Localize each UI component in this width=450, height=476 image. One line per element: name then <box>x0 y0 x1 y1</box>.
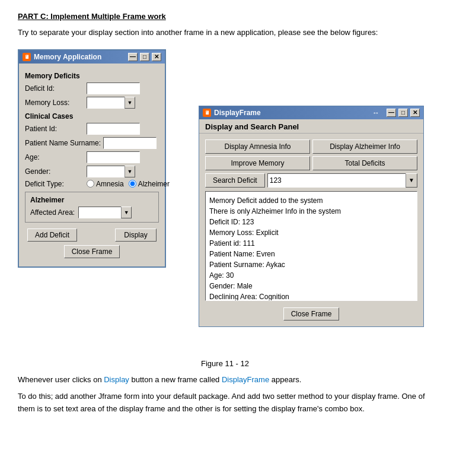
maximize-button[interactable]: □ <box>140 53 149 61</box>
memory-bottom-buttons: Add Deficit Display <box>25 229 159 242</box>
search-combo-wrapper: 123 ▼ <box>267 173 417 188</box>
display-close-row: Close Frame <box>205 307 417 320</box>
deficit-type-row: Deficit Type: Amnesia Alzheimer <box>25 180 159 188</box>
memory-title-label: Memory Application <box>34 53 101 61</box>
memory-loss-label: Memory Loss: <box>25 99 84 107</box>
amnesia-radio-label: Amnesia <box>96 180 124 188</box>
deficit-type-radio-group: Amnesia Alzheimer <box>87 180 170 188</box>
affected-area-label: Affected Area: <box>30 208 75 217</box>
display-window-controls: ↔ — □ ✕ <box>372 109 420 117</box>
display-alzheimer-button[interactable]: Display Alzheimer Info <box>312 139 417 154</box>
memory-content: Memory Deficits Deficit Id: Memory Loss:… <box>19 64 165 266</box>
affected-area-row: Affected Area: ▼ <box>30 207 154 218</box>
patient-name-row: Patient Name Surname: <box>25 137 159 149</box>
memory-window-controls: — □ ✕ <box>128 53 161 61</box>
display-keyword: Display <box>104 375 129 384</box>
alzheimer-radio-label: Alzheimer <box>138 180 170 188</box>
search-deficit-button[interactable]: Search Deficit <box>205 173 265 188</box>
age-label: Age: <box>25 153 84 161</box>
add-deficit-button[interactable]: Add Deficit <box>27 229 77 242</box>
amnesia-radio-item: Amnesia <box>87 180 124 188</box>
alzheimer-section-label: Alzheimer <box>30 196 154 204</box>
search-combo[interactable]: 123 <box>267 173 417 188</box>
display-textarea[interactable]: Memory Deficit added to the system There… <box>205 191 417 301</box>
patient-name-input[interactable] <box>103 137 157 149</box>
clinical-cases-label: Clinical Cases <box>25 112 159 120</box>
patient-name-label: Patient Name Surname: <box>25 139 101 147</box>
gender-combo[interactable] <box>87 166 135 177</box>
memory-close-frame-button[interactable]: Close Frame <box>64 245 120 258</box>
body-text-2: To do this; add another Jframe form into… <box>18 391 432 415</box>
deficit-type-label: Deficit Type: <box>25 180 84 188</box>
display-app-icon: 🖥 <box>203 109 211 117</box>
memory-loss-combo[interactable] <box>87 97 135 109</box>
patient-id-input[interactable] <box>87 123 140 135</box>
display-content: Display Amnesia Info Display Alzheimer I… <box>199 137 423 326</box>
titlebar-left: 🖥 Memory Application <box>23 53 101 61</box>
deficit-id-label: Deficit Id: <box>25 84 84 93</box>
total-deficits-button[interactable]: Total Deficits <box>312 156 417 170</box>
close-button[interactable]: ✕ <box>152 53 161 61</box>
alzheimer-box: Alzheimer Affected Area: ▼ <box>25 192 159 223</box>
memory-titlebar: 🖥 Memory Application — □ ✕ <box>19 50 165 64</box>
alzheimer-radio-item: Alzheimer <box>129 180 170 188</box>
improve-memory-button[interactable]: Improve Memory <box>205 156 310 170</box>
display-titlebar-left: 🖥 DisplayFrame <box>203 109 261 117</box>
display-amnesia-button[interactable]: Display Amnesia Info <box>205 139 310 154</box>
memory-app-icon: 🖥 <box>23 53 31 61</box>
patient-id-label: Patient Id: <box>25 125 84 133</box>
body-text-1: Whenever user clicks on Display button a… <box>18 374 432 386</box>
displayframe-keyword: DisplayFrame <box>222 375 269 384</box>
display-title-label: DisplayFrame <box>214 109 261 117</box>
amnesia-radio[interactable] <box>87 180 94 188</box>
memory-window: 🖥 Memory Application — □ ✕ Memory Defici… <box>18 49 166 268</box>
display-title-icon: ↔ <box>372 109 379 117</box>
search-combo-arrow: ▼ <box>406 173 417 188</box>
gender-label: Gender: <box>25 167 84 176</box>
display-button[interactable]: Display <box>115 229 157 242</box>
memory-deficits-label: Memory Deficits <box>25 72 159 80</box>
memory-close-frame-row: Close Frame <box>25 245 159 258</box>
patient-id-row: Patient Id: <box>25 123 159 135</box>
minimize-button[interactable]: — <box>128 53 138 61</box>
display-maximize-button[interactable]: □ <box>398 109 408 117</box>
display-minimize-button[interactable]: — <box>387 109 396 117</box>
gender-combo-wrapper: ▼ <box>87 166 135 177</box>
intro-text: Try to separate your display section int… <box>18 27 432 39</box>
display-window-wrap: 🖥 DisplayFrame ↔ — □ ✕ Display and Searc… <box>199 106 424 327</box>
memory-loss-row: Memory Loss: ▼ <box>25 97 159 109</box>
display-panel-title: Display and Search Panel <box>199 119 423 134</box>
memory-loss-combo-wrapper: ▼ <box>87 97 135 109</box>
display-close-frame-button[interactable]: Close Frame <box>283 307 340 320</box>
gender-row: Gender: ▼ <box>25 166 159 177</box>
alzheimer-radio[interactable] <box>129 180 136 188</box>
part-title: PART C: Implement Multiple Frame work <box>18 12 432 21</box>
age-row: Age: <box>25 151 159 163</box>
display-btn-grid: Display Amnesia Info Display Alzheimer I… <box>205 139 417 170</box>
display-window: 🖥 DisplayFrame ↔ — □ ✕ Display and Searc… <box>199 106 424 327</box>
display-titlebar: 🖥 DisplayFrame ↔ — □ ✕ <box>199 106 423 119</box>
frames-area: 🖥 Memory Application — □ ✕ Memory Defici… <box>18 49 432 352</box>
deficit-id-row: Deficit Id: <box>25 82 159 94</box>
deficit-id-input[interactable] <box>87 82 140 94</box>
display-close-button[interactable]: ✕ <box>410 109 420 117</box>
figure-caption: Figure 11 - 12 <box>18 359 432 368</box>
affected-area-combo[interactable] <box>78 207 132 218</box>
affected-area-combo-wrapper: ▼ <box>78 207 132 218</box>
memory-window-inner: 🖥 Memory Application — □ ✕ Memory Defici… <box>18 50 165 267</box>
search-row: Search Deficit 123 ▼ <box>205 173 417 188</box>
age-input[interactable] <box>87 151 140 163</box>
